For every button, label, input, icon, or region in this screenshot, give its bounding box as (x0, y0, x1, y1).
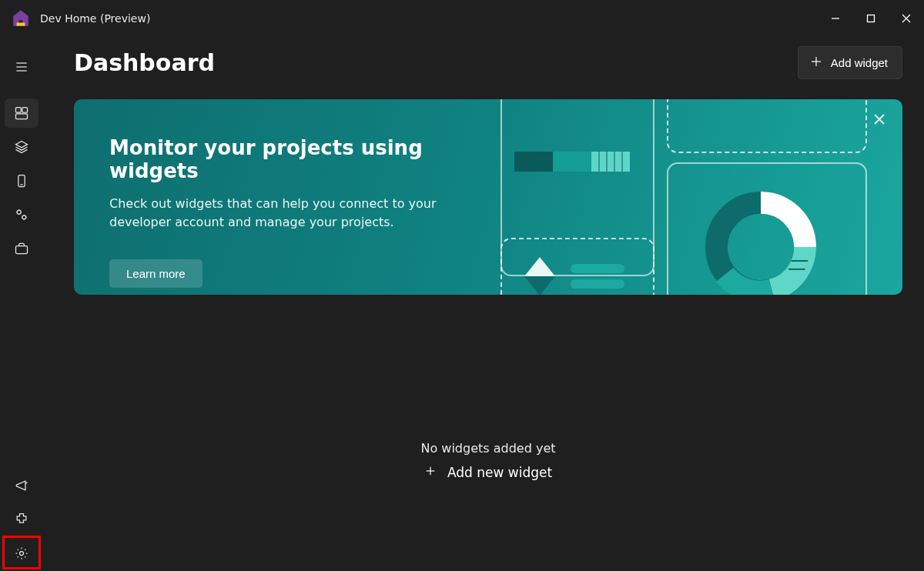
svg-rect-22 (553, 152, 591, 172)
title-bar: Dev Home (Preview) (0, 0, 924, 37)
svg-point-15 (22, 215, 26, 219)
svg-rect-31 (571, 279, 624, 289)
sidebar-item-toolbox[interactable] (5, 234, 38, 263)
svg-rect-10 (16, 114, 28, 119)
svg-marker-29 (524, 257, 555, 276)
learn-more-button[interactable]: Learn more (109, 259, 203, 288)
app-icon (11, 8, 31, 28)
svg-rect-9 (22, 108, 28, 113)
minimize-button[interactable] (818, 3, 853, 34)
banner-close-button[interactable] (869, 109, 890, 130)
svg-point-14 (17, 210, 21, 214)
sidebar-item-dashboard[interactable] (5, 99, 38, 128)
svg-point-18 (20, 552, 24, 556)
sidebar-item-services[interactable] (5, 200, 38, 229)
sidebar-item-feedback[interactable] (5, 471, 38, 500)
add-widget-label: Add widget (831, 56, 888, 69)
add-new-widget-label: Add new widget (447, 465, 552, 480)
sidebar-item-settings[interactable] (5, 539, 38, 568)
sidebar-item-device[interactable] (5, 166, 38, 195)
svg-rect-8 (16, 108, 22, 113)
empty-state-message: No widgets added yet (420, 441, 555, 456)
window-title: Dev Home (Preview) (40, 12, 150, 25)
add-widget-button[interactable]: Add widget (798, 46, 902, 79)
add-new-widget-link[interactable]: Add new widget (424, 465, 552, 480)
page-title: Dashboard (74, 49, 215, 76)
sidebar (0, 37, 43, 571)
svg-rect-0 (17, 22, 25, 25)
svg-rect-30 (571, 264, 624, 273)
sidebar-item-stacks[interactable] (5, 132, 38, 162)
intro-banner: Monitor your projects using widgets Chec… (74, 99, 902, 295)
empty-state: No widgets added yet Add new widget (74, 441, 902, 480)
svg-rect-21 (514, 152, 553, 172)
svg-marker-11 (16, 142, 28, 148)
plus-icon (424, 465, 437, 480)
main-content: Dashboard Add widget Monitor your projec… (43, 37, 924, 571)
banner-title: Monitor your projects using widgets (109, 136, 490, 182)
close-button[interactable] (889, 3, 924, 34)
sidebar-item-extensions[interactable] (5, 505, 38, 534)
svg-rect-23 (591, 152, 630, 172)
banner-illustration (490, 99, 902, 295)
svg-rect-16 (16, 246, 28, 254)
maximize-button[interactable] (853, 3, 889, 34)
plus-icon (809, 55, 823, 71)
hamburger-menu-icon[interactable] (5, 52, 38, 82)
svg-rect-2 (868, 15, 875, 22)
banner-subtitle: Check out widgets that can help you conn… (109, 195, 479, 232)
